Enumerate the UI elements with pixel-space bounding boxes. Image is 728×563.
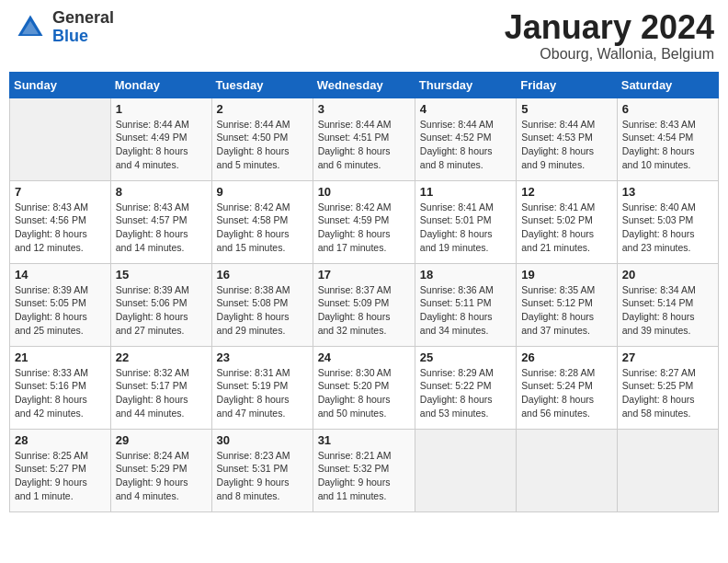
calendar-week-2: 7Sunrise: 8:43 AMSunset: 4:56 PMDaylight… — [10, 180, 719, 263]
calendar-cell: 11Sunrise: 8:41 AMSunset: 5:01 PMDayligh… — [415, 180, 516, 263]
day-info: Sunrise: 8:36 AMSunset: 5:11 PMDaylight:… — [420, 283, 511, 338]
logo-icon — [14, 11, 47, 44]
calendar-week-3: 14Sunrise: 8:39 AMSunset: 5:05 PMDayligh… — [10, 263, 719, 346]
calendar-cell: 18Sunrise: 8:36 AMSunset: 5:11 PMDayligh… — [415, 263, 516, 346]
calendar-cell — [10, 98, 111, 180]
day-info: Sunrise: 8:43 AMSunset: 4:54 PMDaylight:… — [622, 118, 713, 172]
day-info: Sunrise: 8:44 AMSunset: 4:49 PMDaylight:… — [116, 118, 207, 172]
day-number: 27 — [622, 350, 713, 364]
logo-general: General — [52, 9, 114, 28]
title-area: January 2024 Obourg, Wallonia, Belgium — [505, 9, 714, 63]
calendar-cell: 31Sunrise: 8:21 AMSunset: 5:32 PMDayligh… — [313, 429, 415, 511]
month-title: January 2024 — [505, 9, 714, 46]
weekday-header-thursday: Thursday — [415, 72, 516, 98]
day-number: 19 — [521, 268, 612, 282]
logo: General Blue — [14, 9, 114, 46]
day-number: 12 — [521, 185, 612, 199]
day-number: 20 — [622, 268, 713, 282]
day-number: 15 — [116, 268, 207, 282]
weekday-header-sunday: Sunday — [10, 72, 111, 98]
day-number: 28 — [15, 433, 106, 447]
weekday-header-wednesday: Wednesday — [313, 72, 415, 98]
day-number: 3 — [318, 102, 410, 116]
day-number: 26 — [521, 350, 612, 364]
calendar-cell: 14Sunrise: 8:39 AMSunset: 5:05 PMDayligh… — [10, 263, 111, 346]
calendar-cell: 25Sunrise: 8:29 AMSunset: 5:22 PMDayligh… — [415, 346, 516, 429]
day-info: Sunrise: 8:33 AMSunset: 5:16 PMDaylight:… — [15, 366, 106, 420]
day-info: Sunrise: 8:40 AMSunset: 5:03 PMDaylight:… — [622, 201, 713, 255]
weekday-header-monday: Monday — [110, 72, 211, 98]
calendar-cell: 20Sunrise: 8:34 AMSunset: 5:14 PMDayligh… — [617, 263, 718, 346]
page-header: General Blue January 2024 Obourg, Wallon… — [9, 9, 719, 63]
calendar-cell: 21Sunrise: 8:33 AMSunset: 5:16 PMDayligh… — [10, 346, 111, 429]
day-number: 24 — [318, 350, 410, 364]
calendar-table: SundayMondayTuesdayWednesdayThursdayFrid… — [9, 72, 719, 512]
calendar-body: 1Sunrise: 8:44 AMSunset: 4:49 PMDaylight… — [10, 98, 719, 511]
weekday-row: SundayMondayTuesdayWednesdayThursdayFrid… — [10, 72, 719, 98]
day-info: Sunrise: 8:24 AMSunset: 5:29 PMDaylight:… — [116, 449, 207, 503]
day-info: Sunrise: 8:44 AMSunset: 4:50 PMDaylight:… — [217, 118, 308, 172]
day-info: Sunrise: 8:31 AMSunset: 5:19 PMDaylight:… — [217, 366, 308, 420]
calendar-cell: 13Sunrise: 8:40 AMSunset: 5:03 PMDayligh… — [617, 180, 718, 263]
weekday-header-saturday: Saturday — [617, 72, 718, 98]
day-info: Sunrise: 8:27 AMSunset: 5:25 PMDaylight:… — [622, 366, 713, 420]
day-info: Sunrise: 8:28 AMSunset: 5:24 PMDaylight:… — [521, 366, 612, 420]
calendar-cell: 5Sunrise: 8:44 AMSunset: 4:53 PMDaylight… — [517, 98, 618, 180]
calendar-cell: 15Sunrise: 8:39 AMSunset: 5:06 PMDayligh… — [110, 263, 211, 346]
calendar-header: SundayMondayTuesdayWednesdayThursdayFrid… — [10, 72, 719, 98]
calendar-cell: 1Sunrise: 8:44 AMSunset: 4:49 PMDaylight… — [110, 98, 211, 180]
calendar-cell: 6Sunrise: 8:43 AMSunset: 4:54 PMDaylight… — [617, 98, 718, 180]
day-number: 18 — [420, 268, 511, 282]
calendar-cell: 4Sunrise: 8:44 AMSunset: 4:52 PMDaylight… — [415, 98, 516, 180]
day-number: 1 — [116, 102, 207, 116]
calendar-cell — [415, 429, 516, 511]
day-info: Sunrise: 8:42 AMSunset: 4:59 PMDaylight:… — [318, 201, 410, 255]
calendar-cell: 17Sunrise: 8:37 AMSunset: 5:09 PMDayligh… — [313, 263, 415, 346]
day-number: 16 — [217, 268, 308, 282]
day-number: 10 — [318, 185, 410, 199]
day-number: 4 — [420, 102, 511, 116]
day-number: 11 — [420, 185, 511, 199]
day-info: Sunrise: 8:32 AMSunset: 5:17 PMDaylight:… — [116, 366, 207, 420]
calendar-cell: 8Sunrise: 8:43 AMSunset: 4:57 PMDaylight… — [110, 180, 211, 263]
day-info: Sunrise: 8:37 AMSunset: 5:09 PMDaylight:… — [318, 283, 410, 338]
day-number: 2 — [217, 102, 308, 116]
day-number: 31 — [318, 433, 410, 447]
day-number: 29 — [116, 433, 207, 447]
weekday-header-friday: Friday — [517, 72, 618, 98]
day-info: Sunrise: 8:44 AMSunset: 4:52 PMDaylight:… — [420, 118, 511, 172]
day-info: Sunrise: 8:39 AMSunset: 5:06 PMDaylight:… — [116, 283, 207, 338]
calendar-cell — [617, 429, 718, 511]
day-info: Sunrise: 8:38 AMSunset: 5:08 PMDaylight:… — [217, 283, 308, 338]
day-number: 30 — [217, 433, 308, 447]
day-info: Sunrise: 8:23 AMSunset: 5:31 PMDaylight:… — [217, 449, 308, 503]
calendar-week-4: 21Sunrise: 8:33 AMSunset: 5:16 PMDayligh… — [10, 346, 719, 429]
day-number: 7 — [15, 185, 106, 199]
calendar-cell: 3Sunrise: 8:44 AMSunset: 4:51 PMDaylight… — [313, 98, 415, 180]
day-info: Sunrise: 8:25 AMSunset: 5:27 PMDaylight:… — [15, 449, 106, 503]
day-number: 22 — [116, 350, 207, 364]
day-info: Sunrise: 8:44 AMSunset: 4:51 PMDaylight:… — [318, 118, 410, 172]
logo-text: General Blue — [52, 9, 114, 46]
day-info: Sunrise: 8:34 AMSunset: 5:14 PMDaylight:… — [622, 283, 713, 338]
day-number: 14 — [15, 268, 106, 282]
calendar-cell: 28Sunrise: 8:25 AMSunset: 5:27 PMDayligh… — [10, 429, 111, 511]
calendar-cell: 23Sunrise: 8:31 AMSunset: 5:19 PMDayligh… — [211, 346, 313, 429]
calendar-cell: 7Sunrise: 8:43 AMSunset: 4:56 PMDaylight… — [10, 180, 111, 263]
day-info: Sunrise: 8:41 AMSunset: 5:02 PMDaylight:… — [521, 201, 612, 255]
day-info: Sunrise: 8:42 AMSunset: 4:58 PMDaylight:… — [217, 201, 308, 255]
calendar-cell: 9Sunrise: 8:42 AMSunset: 4:58 PMDaylight… — [211, 180, 313, 263]
day-info: Sunrise: 8:43 AMSunset: 4:56 PMDaylight:… — [15, 201, 106, 255]
day-info: Sunrise: 8:30 AMSunset: 5:20 PMDaylight:… — [318, 366, 410, 420]
calendar-week-1: 1Sunrise: 8:44 AMSunset: 4:49 PMDaylight… — [10, 98, 719, 180]
calendar-cell: 22Sunrise: 8:32 AMSunset: 5:17 PMDayligh… — [110, 346, 211, 429]
calendar-cell: 29Sunrise: 8:24 AMSunset: 5:29 PMDayligh… — [110, 429, 211, 511]
calendar-cell: 16Sunrise: 8:38 AMSunset: 5:08 PMDayligh… — [211, 263, 313, 346]
calendar-week-5: 28Sunrise: 8:25 AMSunset: 5:27 PMDayligh… — [10, 429, 719, 511]
calendar-cell: 2Sunrise: 8:44 AMSunset: 4:50 PMDaylight… — [211, 98, 313, 180]
day-number: 23 — [217, 350, 308, 364]
day-info: Sunrise: 8:43 AMSunset: 4:57 PMDaylight:… — [116, 201, 207, 255]
weekday-header-tuesday: Tuesday — [211, 72, 313, 98]
calendar-cell — [517, 429, 618, 511]
calendar-cell: 24Sunrise: 8:30 AMSunset: 5:20 PMDayligh… — [313, 346, 415, 429]
